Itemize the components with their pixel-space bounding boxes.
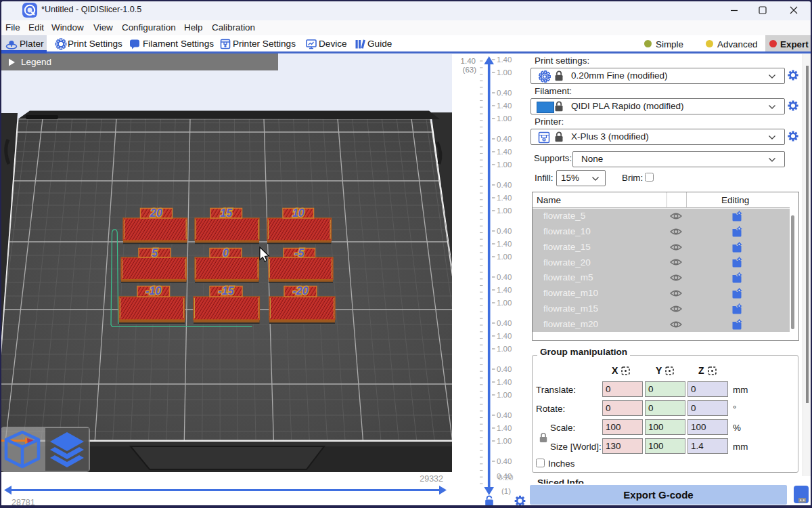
svg-text:0.40: 0.40	[497, 227, 512, 235]
svg-text:1.40: 1.40	[497, 286, 512, 294]
svg-text:1.00: 1.00	[497, 68, 512, 77]
svg-text:1.00: 1.00	[497, 207, 512, 215]
svg-text:-10: -10	[145, 285, 161, 297]
svg-text:-15: -15	[218, 285, 234, 297]
svg-text:(63): (63)	[463, 66, 477, 74]
svg-text:0: 0	[223, 247, 229, 259]
svg-text:20: 20	[150, 207, 162, 219]
svg-text:1.00: 1.00	[497, 345, 512, 353]
svg-text:0.40: 0.40	[497, 457, 512, 465]
svg-text:-20: -20	[292, 285, 308, 297]
svg-text:15: 15	[220, 207, 233, 219]
svg-text:1.00: 1.00	[497, 114, 512, 123]
svg-text:1.00: 1.00	[497, 161, 512, 169]
svg-text:-5: -5	[294, 247, 304, 259]
svg-text:5: 5	[152, 247, 158, 259]
svg-text:0.40: 0.40	[497, 319, 512, 327]
svg-text:10: 10	[292, 207, 304, 219]
svg-text:(1): (1)	[501, 487, 511, 495]
svg-text:1.00: 1.00	[497, 391, 512, 399]
svg-text:0.40: 0.40	[497, 135, 512, 143]
svg-text:1.00: 1.00	[497, 253, 512, 261]
svg-text:0.40: 0.40	[497, 181, 512, 189]
svg-text:1.40: 1.40	[497, 56, 512, 64]
svg-text:1.40: 1.40	[497, 378, 512, 386]
svg-text:0.40: 0.40	[497, 411, 512, 419]
svg-text:1.40: 1.40	[497, 102, 512, 110]
svg-text:29332: 29332	[420, 474, 443, 484]
svg-text:1.40: 1.40	[497, 240, 512, 248]
svg-text:0.40: 0.40	[497, 273, 512, 281]
svg-text:0.20: 0.20	[498, 473, 513, 482]
svg-text:1.40: 1.40	[461, 57, 476, 65]
svg-text:0.40: 0.40	[497, 89, 512, 97]
svg-text:1.40: 1.40	[497, 148, 512, 156]
svg-text:1.00: 1.00	[497, 437, 512, 445]
svg-text:1.40: 1.40	[497, 424, 512, 432]
svg-text:0.40: 0.40	[497, 365, 512, 373]
svg-text:1.40: 1.40	[497, 194, 512, 202]
svg-text:1.40: 1.40	[497, 332, 512, 340]
svg-text:1.00: 1.00	[497, 299, 512, 307]
